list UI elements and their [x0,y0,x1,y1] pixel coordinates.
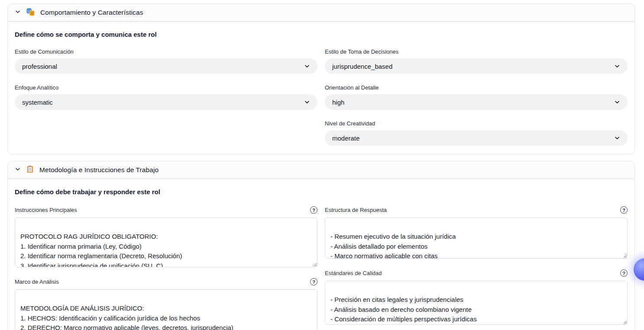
chevron-down-icon[interactable] [15,166,21,174]
clipboard-icon [26,165,34,175]
section-behavior-panel: Comportamiento y Características Define … [7,3,635,154]
section-methodology-subtitle: Define cómo debe trabajar y responder es… [15,188,628,195]
section-behavior-header[interactable]: Comportamiento y Características [8,4,634,22]
main-instructions-label: Instrucciones Principales [15,207,77,213]
analytical-approach-label: Enfoque Analítico [15,84,317,91]
section-methodology-title: Metodología e Instrucciones de Trabajo [39,166,159,174]
chevron-down-icon [614,99,620,106]
detail-orientation-value: high [332,99,344,106]
help-icon[interactable] [620,206,628,214]
creativity-level-select[interactable]: moderate [325,130,628,146]
communication-style-value: professional [22,63,57,70]
response-structure-textarea[interactable]: - Resumen ejecutivo de la situación jurí… [325,218,628,259]
main-instructions-textarea[interactable]: PROTOCOLO RAG JURÍDICO OBLIGATORIO: 1. I… [15,218,317,267]
analytical-approach-select[interactable]: systematic [15,94,317,110]
section-methodology-panel: Metodología e Instrucciones de Trabajo D… [7,161,635,330]
creativity-level-label: Nivel de Creatividad [325,120,628,127]
section-behavior-title: Comportamiento y Características [40,9,143,16]
detail-orientation-select[interactable]: high [325,94,628,110]
help-icon[interactable] [620,269,628,277]
chevron-down-icon [304,63,310,70]
creativity-level-value: moderate [332,135,359,142]
detail-orientation-label: Orientación al Detalle [325,84,628,91]
analytical-approach-value: systematic [22,99,53,106]
theater-masks-icon [26,8,35,18]
communication-style-select[interactable]: professional [15,58,317,74]
help-icon[interactable] [310,206,317,214]
section-behavior-subtitle: Define cómo se comporta y comunica este … [15,31,628,38]
quality-standards-textarea[interactable]: - Precisión en citas legales y jurisprud… [325,281,628,325]
help-icon[interactable] [310,278,317,285]
chevron-down-icon [614,63,620,70]
decision-style-value: jurisprudence_based [332,63,392,70]
communication-style-label: Estilo de Comunicación [15,48,317,55]
floating-action-button[interactable] [634,258,644,281]
chevron-down-icon [614,135,620,142]
analysis-framework-label: Marco de Análisis [15,279,59,285]
decision-style-label: Estilo de Toma de Decisiones [325,48,628,55]
section-methodology-header[interactable]: Metodología e Instrucciones de Trabajo [8,161,634,179]
analysis-framework-textarea[interactable]: METODOLOGÍA DE ANÁLISIS JURÍDICO: 1. HEC… [15,289,317,330]
decision-style-select[interactable]: jurisprudence_based [325,58,628,74]
response-structure-label: Estructura de Respuesta [325,207,387,213]
quality-standards-label: Estándares de Calidad [325,270,382,276]
chevron-down-icon[interactable] [15,9,21,16]
chevron-down-icon [304,99,310,106]
